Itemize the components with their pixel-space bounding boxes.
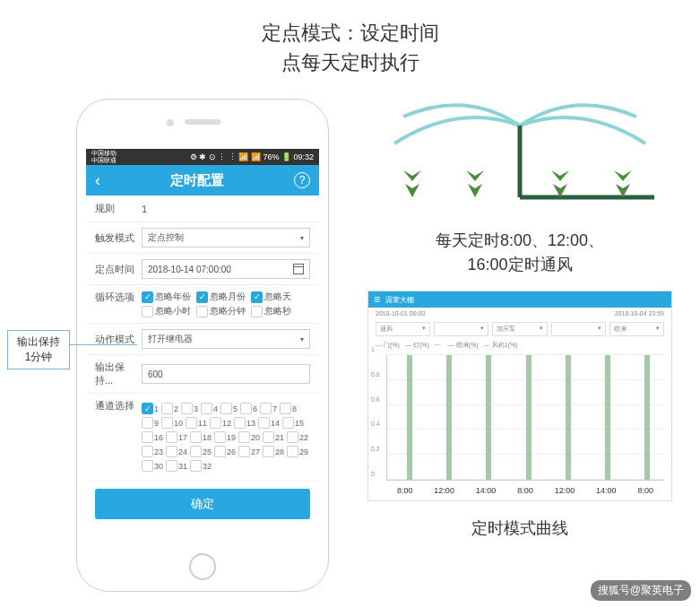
app-header: ‹ 定时配置 ? [86,165,319,195]
channel-22[interactable]: 22 [287,431,308,443]
caret-icon: ▾ [300,234,304,242]
channel-24[interactable]: 24 [166,446,187,457]
chart-filter-4[interactable]: 喷淋▾ [609,322,664,336]
loop-check-0[interactable]: ✓忽略年份 [142,291,191,303]
checkbox-icon [280,403,291,414]
action-select[interactable]: 打开继电器▾ [142,329,310,349]
checkbox-icon [161,417,173,429]
confirm-button[interactable]: 确定 [95,489,310,519]
channel-12[interactable]: 12 [210,417,231,429]
checkbox-icon [186,417,197,429]
channel-25[interactable]: 25 [190,446,212,457]
channel-20[interactable]: 20 [238,431,260,443]
channel-29[interactable]: 29 [287,446,308,457]
form-area: 规则 1 触发模式 定点控制▾ 定点时间 2018-10-14 07:00:00… [86,195,319,519]
checkbox-icon [251,306,263,317]
page-title: 定点模式：设定时间点每天定时执行 [0,18,700,77]
channel-26[interactable]: 26 [214,446,236,457]
checkbox-icon [263,431,274,443]
checkbox-icon [282,417,294,429]
chart-bar-3 [526,355,531,480]
chart-bar-1 [446,355,452,480]
sprinkler-illustration [367,81,672,215]
rule-value: 1 [142,204,310,214]
statusbar: 中国移动中国联通 ⚙ ✱ ⊙ ⋮ ⋮ 📶 📶 76% 🔋 09:32 [86,149,319,165]
channel-1[interactable]: ✓1 [142,403,159,414]
chart-bar-6 [644,355,650,480]
chart-title: 温室大棚 [385,295,414,305]
chart-caption: 定时模式曲线 [367,517,672,539]
channel-27[interactable]: 27 [238,446,260,457]
loop-check-1[interactable]: ✓忽略月份 [196,291,246,303]
channel-21[interactable]: 21 [263,431,284,443]
channel-8[interactable]: 8 [280,403,297,414]
channel-6[interactable]: 6 [240,403,257,414]
checkbox-icon [166,460,177,472]
chart-filter-3[interactable]: ▾ [551,322,606,336]
channel-16[interactable]: 16 [142,431,163,443]
chart-body: 00.20.40.60.81 [386,355,664,481]
home-button[interactable] [189,553,216,580]
checkbox-icon [260,403,272,414]
channel-5[interactable]: 5 [220,403,238,414]
chart-legend: 门(%)灯(%)喷淋(%)风机1(%) [368,339,671,352]
channel-10[interactable]: 10 [161,417,183,429]
channel-23[interactable]: 23 [142,446,163,457]
menu-icon[interactable]: ≡ [374,293,380,306]
x-tick: 8:00 [517,486,533,495]
channel-2[interactable]: 2 [161,403,178,414]
channel-11[interactable]: 11 [186,417,207,429]
x-tick: 14:00 [476,486,497,495]
loop-check-3[interactable]: 忽略小时 [142,305,191,317]
checkbox-icon: ✓ [142,403,153,414]
checkbox-icon [142,306,153,317]
legend-2 [435,341,443,350]
checkbox-icon [234,417,246,429]
channel-32[interactable]: 32 [190,460,212,472]
chart-filter-0[interactable]: 通风▾ [376,322,430,336]
checkbox-icon [166,431,177,443]
channel-30[interactable]: 30 [142,460,163,472]
time-input[interactable]: 2018-10-14 07:00:00 [142,259,310,279]
checkbox-icon [238,446,250,457]
chart-bar-5 [605,355,610,480]
loop-check-2[interactable]: ✓忽略天 [251,291,291,303]
channel-19[interactable]: 19 [214,431,236,443]
row-loop: 循环选项 ✓忽略年份✓忽略月份✓忽略天忽略小时忽略分钟忽略秒 [86,285,319,324]
channel-4[interactable]: 4 [201,403,218,414]
checkbox-icon [214,431,226,443]
annotation-box: 输出保持1分钟 [7,330,70,369]
trigger-select[interactable]: 定点控制▾ [142,228,310,248]
checkbox-icon [181,403,193,414]
help-button[interactable]: ? [294,172,310,188]
row-trigger: 触发模式 定点控制▾ [86,222,319,254]
hold-input[interactable]: 600 [142,364,310,384]
back-button[interactable]: ‹ [95,171,100,190]
checkbox-icon [161,403,173,414]
chart-filter-1[interactable]: ▾ [434,322,488,336]
chart-filter-2[interactable]: 加压泵▾ [492,322,547,336]
channel-14[interactable]: 14 [258,417,280,429]
checkbox-icon [210,417,221,429]
channel-15[interactable]: 15 [282,417,304,429]
checkbox-icon [196,306,208,317]
channel-3[interactable]: 3 [181,403,198,414]
channel-13[interactable]: 13 [234,417,255,429]
channel-9[interactable]: 9 [142,417,159,429]
checkbox-icon [220,403,232,414]
loop-check-4[interactable]: 忽略分钟 [196,305,246,317]
channel-7[interactable]: 7 [260,403,277,414]
chart-dates: 2018-10-01 00:00 2018-10-04 23:59 [368,308,671,319]
right-panel: 每天定时8:00、12:00、16:00定时通风 ≡ 温室大棚 2018-10-… [367,81,672,539]
loop-check-5[interactable]: 忽略秒 [251,305,291,317]
row-rule: 规则 1 [86,195,319,222]
checkbox-icon [201,403,212,414]
checkbox-icon [214,446,226,457]
channel-31[interactable]: 31 [166,460,187,472]
x-tick: 14:00 [596,486,617,495]
channel-17[interactable]: 17 [166,431,187,443]
channel-18[interactable]: 18 [190,431,212,443]
checkbox-icon [287,431,298,443]
channel-28[interactable]: 28 [263,446,284,457]
chart-filters: 通风▾▾加压泵▾▾喷淋▾ [368,319,671,339]
